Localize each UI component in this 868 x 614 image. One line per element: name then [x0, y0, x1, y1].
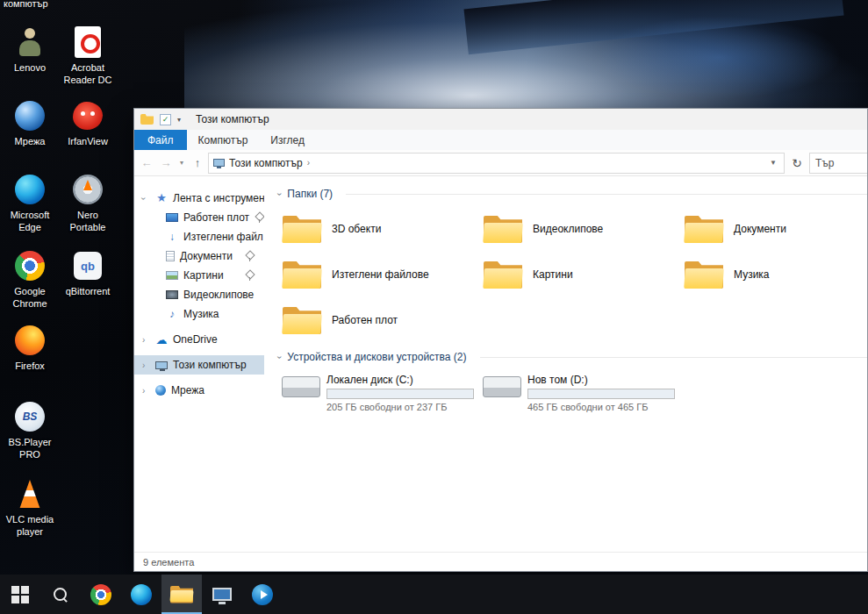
sidebar-item-pictures[interactable]: Картини	[134, 266, 264, 285]
folder-tile-desktop[interactable]: Работен плот	[278, 297, 479, 343]
folder-icon	[684, 213, 724, 245]
search-text: Тър	[815, 157, 835, 169]
sidebar-item-label: Музика	[183, 308, 219, 320]
chevron-down-icon[interactable]: ▾	[177, 116, 181, 124]
chevron-icon[interactable]: ›	[139, 196, 148, 199]
firefox-icon	[12, 323, 47, 358]
desktop-icon-nero[interactable]: Nero Portable	[60, 172, 116, 234]
sidebar-item-quick-access[interactable]: › Лента с инструменти	[134, 189, 264, 208]
folder-tile-music[interactable]: Музика	[680, 252, 867, 297]
taskbar-file-explorer-button[interactable]	[161, 575, 202, 614]
desktop-icon-bsplayer[interactable]: BS BS.Player PRO	[2, 399, 58, 461]
address-dropdown-icon[interactable]: ▼	[770, 159, 779, 167]
folder-label: Музика	[734, 268, 770, 281]
drive-tile-c[interactable]: Локален диск (C:) 205 ГБ свободни от 237…	[278, 373, 479, 412]
drive-tile-d[interactable]: Нов том (D:) 465 ГБ свободни от 465 ГБ	[479, 373, 680, 412]
taskbar-monitor-app-button[interactable]	[202, 575, 242, 614]
taskbar-edge-button[interactable]	[121, 575, 161, 614]
sidebar-item-this-pc[interactable]: › Този компютър	[134, 355, 264, 375]
up-button[interactable]: ↑	[189, 156, 206, 169]
folder-tile-videos[interactable]: Видеоклипове	[479, 206, 680, 252]
pin-icon	[245, 251, 254, 261]
sidebar-item-documents[interactable]: Документи	[134, 246, 264, 266]
title-bar[interactable]: ✓ ▾ Този компютър	[134, 109, 867, 130]
folder-icon	[483, 259, 523, 290]
desktop-icon-chrome[interactable]: Google Chrome	[2, 248, 58, 311]
collapse-chevron-icon[interactable]: ›	[275, 355, 284, 358]
folder-view: › Папки (7) 3D обекти Видеоклипове Докум…	[264, 176, 867, 552]
desktop-icon-vlc[interactable]: VLC media player	[2, 476, 58, 539]
back-button[interactable]: ←	[138, 156, 155, 169]
sidebar-item-label: Този компютър	[173, 359, 247, 371]
search-icon	[53, 587, 68, 603]
start-button[interactable]	[0, 575, 40, 614]
sidebar-item-label: Видеоклипове	[183, 289, 254, 301]
vlc-cone-icon	[12, 476, 47, 511]
chevron-icon[interactable]: ›	[142, 361, 145, 370]
taskbar-media-app-button[interactable]	[242, 575, 283, 614]
sidebar-item-label: Документи	[180, 250, 233, 262]
taskbar-chrome-button[interactable]	[81, 575, 121, 614]
breadcrumb-chevron-icon[interactable]: ›	[307, 158, 310, 168]
section-header-drives[interactable]: › Устройства и дискови устройства (2)	[278, 348, 867, 366]
drives-grid: Локален диск (C:) 205 ГБ свободни от 237…	[278, 373, 867, 412]
folder-tile-pictures[interactable]: Картини	[479, 252, 680, 297]
drive-info: Локален диск (C:) 205 ГБ свободни от 237…	[326, 373, 474, 412]
taskbar	[0, 575, 868, 614]
desktop-icon-acrobat[interactable]: Acrobat Reader DC	[60, 25, 116, 87]
capacity-bar	[326, 389, 474, 399]
sidebar-item-desktop[interactable]: Работен плот	[134, 208, 264, 227]
tab-file[interactable]: Файл	[134, 130, 187, 150]
checkmark-icon[interactable]: ✓	[160, 114, 171, 125]
address-box[interactable]: Този компютър › ▼	[208, 153, 785, 174]
folder-label: Изтеглени файлове	[332, 268, 429, 281]
chevron-icon[interactable]: ›	[142, 386, 145, 396]
explorer-logo-icon	[140, 114, 154, 125]
sidebar-item-videos[interactable]: Видеоклипове	[134, 285, 264, 304]
collapse-chevron-icon[interactable]: ›	[275, 192, 284, 195]
address-bar: ← → ▾ ↑ Този компютър › ▼ ↻ Тър	[134, 150, 867, 176]
desktop-icon-qbittorrent[interactable]: qb qBittorrent	[60, 248, 116, 298]
folder-tile-3d-objects[interactable]: 3D обекти	[278, 206, 479, 252]
computer-icon	[213, 159, 225, 167]
sidebar-item-network[interactable]: › Мрежа	[134, 381, 264, 400]
desktop-icon-network[interactable]: Мрежа	[2, 98, 58, 148]
search-input[interactable]: Тър	[809, 153, 868, 174]
folder-label: Документи	[734, 223, 786, 235]
acrobat-reader-icon	[70, 25, 105, 60]
folders-grid: 3D обекти Видеоклипове Документи Изтегле…	[278, 206, 867, 343]
downloads-icon	[166, 232, 178, 242]
sidebar-item-label: Изтеглени файл	[183, 231, 263, 243]
sidebar-item-downloads[interactable]: Изтеглени файл	[134, 227, 264, 246]
section-header-folders[interactable]: › Папки (7)	[278, 185, 867, 203]
drive-name: Локален диск (C:)	[326, 374, 474, 386]
chevron-icon[interactable]: ›	[142, 335, 145, 345]
sidebar-item-label: OneDrive	[173, 333, 218, 346]
documents-icon	[166, 251, 175, 261]
desktop-icon-firefox[interactable]: Firefox	[2, 323, 58, 373]
desktop-icon-irfanview[interactable]: IrfanView	[60, 98, 116, 148]
quick-access-star-icon	[155, 193, 168, 203]
desktop-icon-edge[interactable]: Microsoft Edge	[2, 172, 58, 234]
tab-view[interactable]: Изглед	[259, 130, 316, 150]
sidebar-item-onedrive[interactable]: › OneDrive	[134, 330, 264, 349]
sidebar-item-music[interactable]: Музика	[134, 304, 264, 324]
section-title: Папки (7)	[287, 188, 333, 200]
refresh-button[interactable]: ↻	[786, 153, 807, 174]
forward-button[interactable]: →	[157, 156, 175, 169]
taskbar-search-button[interactable]	[40, 575, 81, 614]
sidebar-item-label: Работен плот	[183, 211, 249, 224]
desktop-icon-lenovo[interactable]: Lenovo	[2, 25, 58, 75]
sidebar-item-label: Картини	[183, 269, 224, 282]
edge-icon	[12, 172, 47, 207]
tab-computer[interactable]: Компютър	[187, 130, 260, 150]
pictures-icon	[166, 271, 178, 280]
desktop-icon-label: Microsoft Edge	[2, 210, 58, 234]
history-dropdown-icon[interactable]: ▾	[176, 159, 187, 167]
desktop-icon-label: VLC media player	[2, 514, 58, 539]
folder-tile-documents[interactable]: Документи	[680, 206, 867, 252]
sidebar-item-label: Лента с инструменти	[173, 192, 264, 204]
breadcrumb[interactable]: Този компютър	[229, 157, 303, 169]
folder-tile-downloads[interactable]: Изтеглени файлове	[278, 252, 479, 297]
drive-info: Нов том (D:) 465 ГБ свободни от 465 ГБ	[527, 373, 675, 412]
